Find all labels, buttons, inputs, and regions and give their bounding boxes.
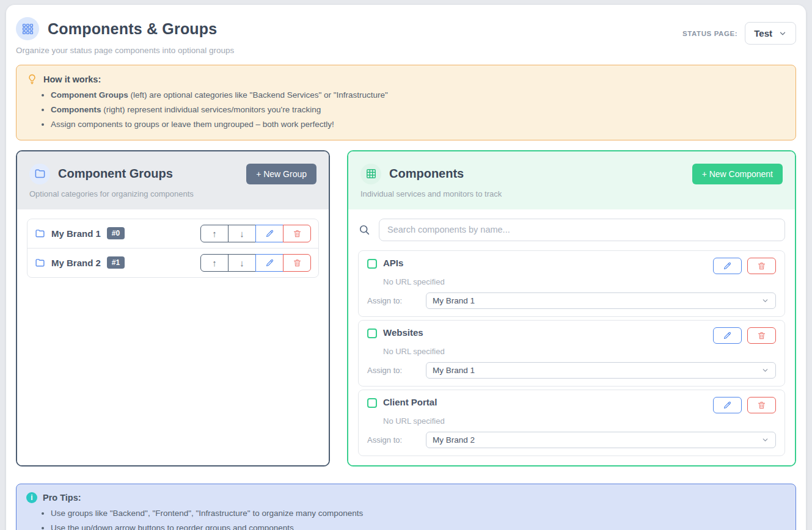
new-component-button[interactable]: + New Component: [692, 164, 783, 184]
page-subtitle: Organize your status page components int…: [16, 46, 234, 55]
pro-tips-bullet: Use the up/down arrow buttons to reorder…: [51, 523, 786, 530]
how-it-works-bullet: Assign components to groups or leave the…: [51, 119, 786, 130]
assign-group-select[interactable]: My Brand 1: [426, 292, 776, 309]
how-it-works-box: How it works: Component Groups (left) ar…: [16, 65, 796, 140]
group-list: My Brand 1 #0 ↑ ↓: [27, 219, 319, 278]
pencil-icon: [265, 229, 274, 238]
trash-icon: [757, 261, 766, 270]
panels-area: Component Groups Optional categories for…: [16, 150, 796, 466]
how-it-works-list: Component Groups (left) are optional cat…: [51, 90, 786, 131]
chevron-down-icon: [761, 436, 769, 444]
delete-component-button[interactable]: [747, 258, 776, 274]
edit-component-button[interactable]: [713, 397, 742, 413]
page-header: Components & Groups Organize your status…: [16, 17, 796, 55]
groups-panel-subtitle: Optional categories for organizing compo…: [29, 189, 194, 198]
component-row: APIs No URL specified: [358, 250, 785, 317]
assigned-group-value: My Brand 1: [433, 296, 475, 305]
move-down-button[interactable]: ↓: [228, 225, 256, 242]
groups-panel-body: My Brand 1 #0 ↑ ↓: [17, 209, 329, 465]
assigned-group-value: My Brand 2: [433, 435, 475, 445]
component-search-row: [358, 219, 785, 241]
group-actions: ↑ ↓: [200, 225, 311, 242]
pencil-icon: [723, 261, 732, 270]
group-row: My Brand 1 #0 ↑ ↓: [27, 219, 318, 248]
component-name: APIs: [383, 258, 403, 268]
edit-component-button[interactable]: [713, 258, 742, 274]
assign-group-select[interactable]: My Brand 2: [426, 432, 776, 448]
component-name: Websites: [383, 327, 423, 338]
component-url-status: No URL specified: [383, 347, 776, 356]
edit-group-button[interactable]: [255, 254, 283, 272]
components-panel-subtitle: Individual services and monitors to trac…: [360, 189, 502, 198]
pencil-icon: [265, 258, 274, 267]
table-grid-icon: [360, 164, 381, 184]
status-page-label: STATUS PAGE:: [682, 30, 737, 37]
assign-group-select[interactable]: My Brand 1: [426, 362, 776, 379]
grid-dots-icon: [16, 17, 39, 40]
info-icon: i: [26, 492, 37, 503]
assign-to-label: Assign to:: [367, 435, 426, 445]
component-list: APIs No URL specified: [358, 250, 785, 456]
pro-tips-box: i Pro Tips: Use groups like "Backend", "…: [16, 484, 796, 530]
how-it-works-title: How it works:: [43, 74, 101, 84]
component-url-status: No URL specified: [383, 277, 776, 286]
status-page-select[interactable]: Test: [745, 22, 796, 45]
edit-component-button[interactable]: [713, 327, 742, 344]
delete-component-button[interactable]: [747, 327, 776, 344]
pencil-icon: [723, 331, 732, 340]
component-checkbox[interactable]: [367, 329, 377, 338]
edit-group-button[interactable]: [255, 225, 283, 242]
pro-tips-title: Pro Tips:: [43, 493, 81, 503]
components-panel-body: APIs No URL specified: [348, 209, 795, 465]
new-group-button[interactable]: + New Group: [246, 164, 316, 184]
trash-icon: [757, 401, 766, 410]
group-actions: ↑ ↓: [200, 254, 311, 272]
components-panel-header: Components Individual services and monit…: [348, 151, 795, 209]
components-panel-title: Components: [389, 167, 464, 181]
groups-panel-title: Component Groups: [58, 167, 173, 181]
component-search-input[interactable]: [379, 219, 785, 241]
component-row: Client Portal No URL specified: [358, 390, 785, 456]
assign-to-label: Assign to:: [367, 296, 426, 305]
folder-icon: [35, 258, 45, 268]
move-up-button[interactable]: ↑: [200, 254, 229, 272]
chevron-down-icon: [761, 297, 769, 305]
how-it-works-bullet: Component Groups (left) are optional cat…: [51, 90, 786, 101]
page-header-left: Components & Groups Organize your status…: [16, 17, 234, 55]
component-row: Websites No URL specified: [358, 320, 785, 387]
pro-tips-list: Use groups like "Backend", "Frontend", "…: [51, 508, 786, 530]
move-down-button[interactable]: ↓: [228, 254, 256, 272]
group-order-badge: #0: [107, 227, 125, 239]
group-row: My Brand 2 #1 ↑ ↓: [27, 248, 318, 277]
delete-group-button[interactable]: [283, 225, 311, 242]
component-url-status: No URL specified: [383, 416, 776, 426]
lightbulb-icon: [26, 73, 38, 85]
move-up-button[interactable]: ↑: [200, 225, 229, 242]
delete-group-button[interactable]: [283, 254, 311, 272]
components-groups-page: Components & Groups Organize your status…: [6, 5, 806, 530]
assigned-group-value: My Brand 1: [433, 366, 475, 375]
status-page-control: STATUS PAGE: Test: [682, 22, 796, 45]
folder-icon: [35, 228, 45, 239]
components-panel: Components Individual services and monit…: [347, 150, 796, 466]
assign-row: Assign to: My Brand 1: [367, 292, 776, 309]
group-order-badge: #1: [107, 256, 125, 269]
delete-component-button[interactable]: [747, 397, 776, 413]
groups-panel-header: Component Groups Optional categories for…: [17, 151, 329, 209]
group-name: My Brand 2: [51, 258, 101, 268]
status-page-value: Test: [754, 28, 772, 38]
search-icon: [358, 223, 371, 236]
component-groups-panel: Component Groups Optional categories for…: [16, 150, 330, 466]
pro-tips-bullet: Use groups like "Backend", "Frontend", "…: [51, 508, 786, 519]
chevron-down-icon: [778, 29, 787, 38]
assign-row: Assign to: My Brand 1: [367, 362, 776, 379]
pencil-icon: [723, 401, 732, 410]
component-checkbox[interactable]: [367, 398, 377, 408]
component-checkbox[interactable]: [367, 259, 377, 269]
trash-icon: [757, 331, 766, 340]
chevron-down-icon: [761, 366, 769, 374]
assign-to-label: Assign to:: [367, 366, 426, 375]
how-it-works-bullet: Components (right) represent individual …: [51, 104, 786, 115]
folder-icon: [29, 164, 50, 184]
page-title: Components & Groups: [48, 20, 217, 38]
